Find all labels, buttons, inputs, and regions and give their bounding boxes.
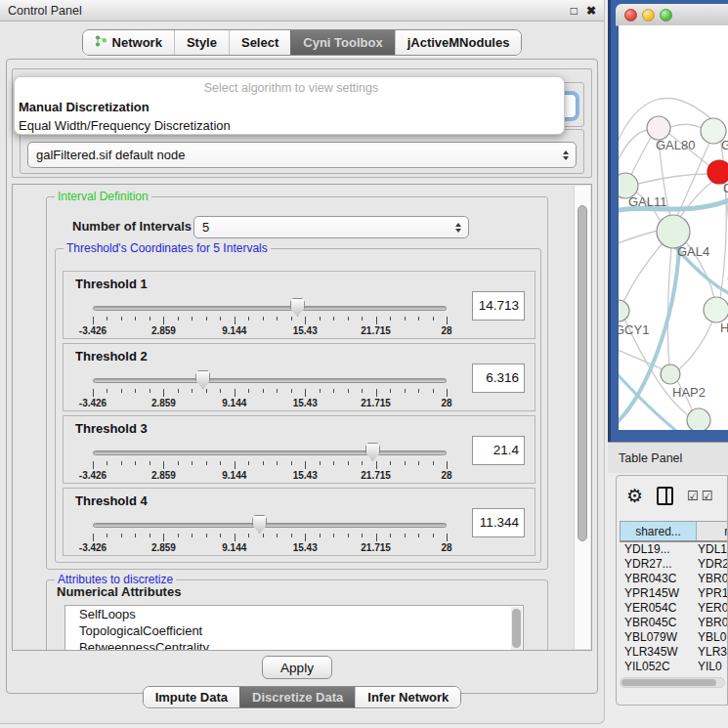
column-header-name[interactable]: na	[697, 522, 728, 540]
minimize-traffic-light[interactable]	[642, 9, 655, 21]
scrollbar-thumb[interactable]	[578, 205, 587, 541]
combo-spinner-icon[interactable]	[563, 150, 569, 160]
network-node-label: H	[720, 321, 728, 335]
table-row[interactable]: YIL052CYIL0	[620, 660, 728, 671]
network-node[interactable]	[704, 297, 728, 322]
table-row[interactable]: YER054CYER0	[620, 601, 728, 616]
threshold-label: Threshold 3	[75, 421, 148, 436]
table-panel-title: Table Panel	[619, 451, 682, 465]
table-row[interactable]: YLR345WYLR3	[620, 645, 728, 660]
tab-infer-network[interactable]: Infer Network	[355, 687, 460, 707]
threshold-value-field[interactable]: 11.344	[472, 508, 525, 537]
network-node-label: C	[723, 181, 728, 195]
name-cell: YER0	[696, 601, 728, 616]
close-window-icon[interactable]: ✖	[586, 5, 596, 17]
number-of-intervals-combo[interactable]: 5	[193, 216, 469, 238]
scale-label: 15.43	[293, 398, 318, 408]
network-edge[interactable]	[638, 174, 708, 184]
slider-thumb[interactable]	[290, 298, 305, 317]
gear-icon[interactable]: ⚙	[626, 487, 643, 505]
bottom-tab-bar: Impute DataDiscretize DataInfer Network	[143, 686, 462, 708]
network-edge[interactable]	[619, 231, 658, 245]
settings-scrollbar[interactable]	[574, 186, 590, 649]
threshold-value-field[interactable]: 14.713	[472, 291, 525, 321]
zoom-traffic-light[interactable]	[660, 9, 672, 21]
network-edge[interactable]	[670, 124, 702, 128]
network-canvas[interactable]: GAL80GACGAL11GAL4GCY1HHAP2	[619, 25, 728, 430]
network-canvas-svg: GAL80GACGAL11GAL4GCY1HHAP2	[619, 25, 728, 430]
threshold-value-field[interactable]: 21.4	[472, 436, 525, 465]
threshold-slider[interactable]	[93, 442, 447, 461]
control-panel-titlebar: Control Panel □ ✖	[0, 0, 604, 21]
float-window-icon[interactable]: □	[571, 5, 578, 17]
shared-name-cell: YPR145W	[620, 586, 696, 601]
shared-name-cell: YIL052C	[620, 660, 696, 671]
threshold-slider[interactable]	[93, 297, 447, 317]
table-rows: YDL19...YDL1YDR27...YDR2YBR043CYBR0YPR14…	[620, 542, 728, 671]
scale-label: 21.715	[361, 325, 391, 336]
close-traffic-light[interactable]	[624, 9, 637, 21]
attribute-item[interactable]: TopologicalCoefficient	[65, 622, 523, 639]
tab-cyni-toolbox[interactable]: Cyni Toolbox	[290, 30, 394, 55]
tab-jactivemnodules[interactable]: jActiveMNodules	[395, 30, 522, 55]
apply-button[interactable]: Apply	[262, 656, 332, 679]
network-node[interactable]	[687, 408, 710, 430]
popup-item-manual-discretization[interactable]: Manual Discretization	[15, 98, 564, 116]
shared-name-cell: YDL19...	[620, 542, 696, 557]
checkbox-icon[interactable]: ☑	[687, 490, 699, 502]
slider-track[interactable]	[93, 450, 447, 455]
slider-thumb[interactable]	[195, 370, 210, 389]
table-row[interactable]: YBR043CYBR0	[620, 572, 728, 586]
slider-thumb[interactable]	[252, 515, 267, 534]
attribute-item[interactable]: BetweennessCentrality	[65, 639, 523, 651]
network-node[interactable]	[661, 364, 680, 384]
popup-item-equal-width[interactable]: Equal Width/Frequency Discretization	[15, 116, 564, 135]
scale-label: -3.426	[79, 398, 107, 408]
column-header-shared-name[interactable]: shared...	[621, 522, 697, 540]
network-node[interactable]	[657, 215, 690, 248]
tab-label: Select	[241, 35, 278, 50]
slider-track[interactable]	[93, 378, 447, 383]
table-row[interactable]: YDL19...YDL1	[620, 542, 728, 557]
threshold-slider[interactable]	[93, 369, 447, 389]
name-cell: YDL1	[696, 542, 728, 557]
table-data-combo[interactable]: galFiltered.sif default node	[27, 142, 577, 168]
slider-ticks	[93, 534, 447, 542]
scale-label: 21.715	[361, 470, 391, 481]
attribute-item[interactable]: SelfLoops	[65, 606, 523, 622]
scale-label: 21.715	[361, 398, 391, 408]
tab-impute-data[interactable]: Impute Data	[144, 687, 239, 707]
network-node[interactable]	[619, 300, 629, 321]
columns-icon[interactable]	[657, 487, 673, 505]
combo-spinner-icon[interactable]	[455, 223, 461, 233]
checkbox-icon[interactable]: ☑	[702, 490, 713, 502]
slider-track[interactable]	[93, 306, 447, 311]
scale-label: 2.859	[151, 470, 176, 481]
network-edge[interactable]	[623, 243, 663, 302]
table-horizontal-scrollbar[interactable]	[620, 677, 725, 688]
tab-discretize-data[interactable]: Discretize Data	[239, 687, 355, 707]
attribute-list[interactable]: SelfLoopsTopologicalCoefficientBetweenne…	[64, 605, 524, 651]
slider-scale-labels: -3.4262.8599.14415.4321.71528	[93, 325, 447, 337]
network-edge[interactable]	[619, 248, 679, 426]
scale-label: 9.144	[222, 542, 246, 553]
scale-label: 9.144	[222, 325, 246, 336]
slider-thumb[interactable]	[365, 443, 380, 461]
shared-name-cell: YBR043C	[620, 572, 696, 586]
network-node[interactable]	[647, 116, 670, 140]
table-row[interactable]: YPR145WYPR1	[620, 586, 728, 601]
tab-select[interactable]: Select	[229, 30, 290, 55]
table-row[interactable]: YDR27...YDR2	[620, 557, 728, 572]
tab-network[interactable]: Network	[83, 30, 174, 55]
threshold-slider[interactable]	[93, 514, 447, 534]
slider-track[interactable]	[93, 523, 447, 528]
attribute-list-scrollbar[interactable]	[511, 607, 522, 651]
tab-style[interactable]: Style	[174, 30, 229, 55]
slider-scale-labels: -3.4262.8599.14415.4321.71528	[93, 542, 447, 554]
scrollbar-thumb[interactable]	[621, 679, 716, 686]
table-row[interactable]: YBL079WYBL0	[620, 630, 728, 645]
table-row[interactable]: YBR045CYBR0	[620, 616, 728, 630]
network-edge[interactable]	[679, 321, 712, 369]
network-edge[interactable]	[631, 138, 651, 175]
threshold-value-field[interactable]: 6.316	[472, 364, 525, 393]
